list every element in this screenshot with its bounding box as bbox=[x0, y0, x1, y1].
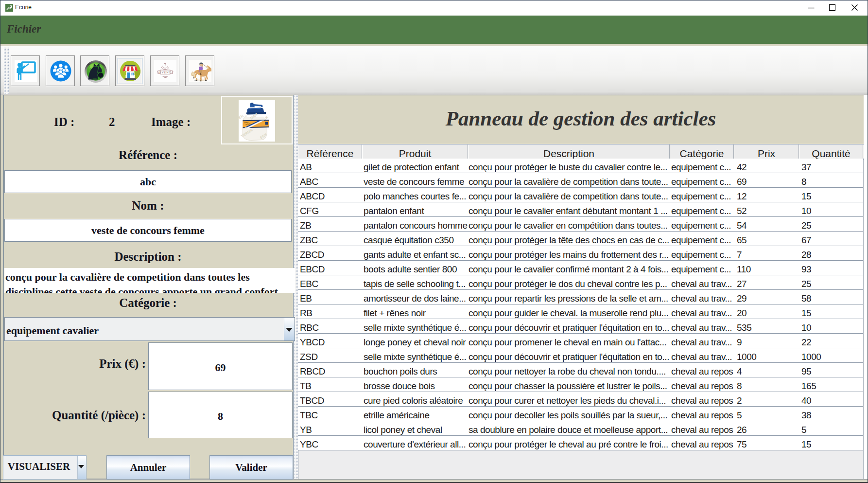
svg-text:EVENT: EVENT bbox=[159, 71, 171, 74]
